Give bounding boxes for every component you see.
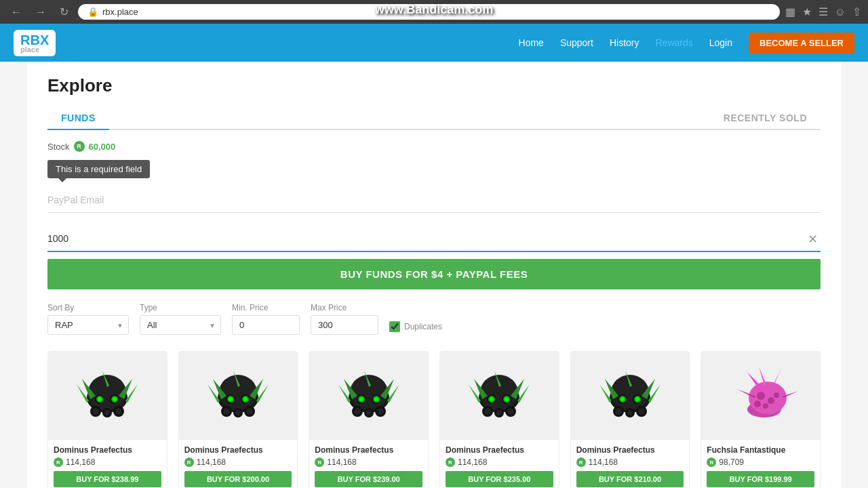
product-grid: Dominus Praefectus R 114,168 BUY FOR $23… xyxy=(47,351,821,488)
menu-icon[interactable]: ☰ xyxy=(818,5,828,18)
main-content: Explore FUNDS RECENTLY SOLD Stock R 60,0… xyxy=(27,62,841,488)
svg-point-52 xyxy=(354,408,361,415)
paypal-email-wrapper xyxy=(47,188,821,220)
filters-row: Sort By RAP Price Name Type All Hat Gear… xyxy=(47,303,821,335)
min-price-input[interactable] xyxy=(232,315,300,335)
tab-funds[interactable]: FUNDS xyxy=(47,107,109,130)
svg-point-50 xyxy=(374,397,378,401)
svg-point-37 xyxy=(235,410,241,415)
svg-point-18 xyxy=(104,410,110,415)
product-name-3: Dominus Praefectus xyxy=(446,445,553,455)
product-image-3 xyxy=(440,352,559,440)
product-coin-3: R xyxy=(446,458,455,467)
bookmark-icon[interactable]: ★ xyxy=(802,5,812,18)
duplicates-label: Duplicates xyxy=(404,322,442,331)
sort-label: Sort By xyxy=(47,303,129,312)
product-card-5: Fuchsia Fantastique R 98,709 BUY FOR $19… xyxy=(701,351,821,488)
clear-amount-button[interactable]: ✕ xyxy=(808,232,818,247)
svg-point-39 xyxy=(350,375,388,410)
svg-point-14 xyxy=(92,408,99,415)
back-button[interactable]: ← xyxy=(7,5,26,20)
product-buy-btn-4[interactable]: BUY FOR $210.00 xyxy=(576,471,684,487)
nav-login[interactable]: Login xyxy=(709,37,732,48)
max-price-input[interactable] xyxy=(311,315,378,335)
svg-point-31 xyxy=(243,397,248,401)
browser-chrome: ← → ↻ 🔒 rbx.place ▦ ★ ☰ ☺ ⇧ xyxy=(0,0,868,24)
required-tooltip-text: This is a required field xyxy=(47,160,150,178)
duplicates-checkbox[interactable] xyxy=(389,321,400,332)
product-info-3: Dominus Praefectus R 114,168 BUY FOR $23… xyxy=(440,440,559,488)
product-buy-btn-5[interactable]: BUY FOR $199.99 xyxy=(707,471,814,487)
product-rap-0: 114,168 xyxy=(66,458,95,467)
reload-button[interactable]: ↻ xyxy=(56,4,73,20)
page-title: Explore xyxy=(47,75,821,96)
product-info-4: Dominus Praefectus R 114,168 BUY FOR $21… xyxy=(571,440,690,488)
type-label: Type xyxy=(140,303,221,312)
become-seller-button[interactable]: BECOME A SELLER xyxy=(749,33,854,54)
nav-home[interactable]: Home xyxy=(519,37,544,48)
svg-point-102 xyxy=(757,392,765,400)
url-bar[interactable]: 🔒 rbx.place xyxy=(78,4,780,20)
svg-point-103 xyxy=(768,397,774,404)
svg-point-28 xyxy=(229,397,233,401)
sort-select-wrap: RAP Price Name xyxy=(47,315,129,335)
nav-rewards[interactable]: Rewards xyxy=(655,37,692,48)
nav-links: Home Support History Rewards Login BECOM… xyxy=(519,33,854,54)
product-price-row-4: R 114,168 xyxy=(576,458,684,467)
svg-point-66 xyxy=(490,397,494,401)
tab-icon[interactable]: ▦ xyxy=(785,5,795,18)
share-icon[interactable]: ⇧ xyxy=(852,5,861,18)
browser-toolbar-icons: ▦ ★ ☰ ☺ ⇧ xyxy=(785,5,861,18)
product-name-2: Dominus Praefectus xyxy=(315,445,422,455)
forward-button[interactable]: → xyxy=(31,5,50,20)
product-image-0 xyxy=(48,352,167,440)
min-price-filter: Min. Price xyxy=(232,303,300,335)
product-name-5: Fuchsia Fantastique xyxy=(707,445,814,455)
product-coin-0: R xyxy=(54,458,63,467)
stock-amount: 60,000 xyxy=(89,142,116,152)
sort-filter: Sort By RAP Price Name xyxy=(47,303,129,335)
stock-label: Stock xyxy=(47,142,70,152)
min-price-label: Min. Price xyxy=(232,303,300,312)
max-price-filter: Max Price xyxy=(311,303,378,335)
profile-icon[interactable]: ☺ xyxy=(835,6,846,18)
tab-recently-sold[interactable]: RECENTLY SOLD xyxy=(710,107,821,130)
svg-point-73 xyxy=(507,408,514,415)
product-buy-btn-2[interactable]: BUY FOR $239.00 xyxy=(315,471,422,487)
sort-select[interactable]: RAP Price Name xyxy=(47,315,129,335)
product-rap-4: 114,168 xyxy=(589,458,618,467)
paypal-email-input[interactable] xyxy=(47,188,821,213)
svg-point-9 xyxy=(98,397,102,401)
required-field-tooltip: This is a required field xyxy=(47,160,821,188)
type-select[interactable]: All Hat Gear Face xyxy=(140,315,221,335)
product-coin-1: R xyxy=(184,458,194,467)
svg-point-35 xyxy=(246,408,253,415)
product-buy-btn-3[interactable]: BUY FOR $235.00 xyxy=(446,471,553,487)
duplicates-filter: Duplicates xyxy=(389,321,442,335)
svg-point-104 xyxy=(763,403,768,409)
amount-input[interactable] xyxy=(47,226,821,252)
stock-coin-icon: R xyxy=(74,141,85,152)
nav-history[interactable]: History xyxy=(610,37,639,48)
product-rap-5: 98,709 xyxy=(719,458,744,467)
product-rap-2: 114,168 xyxy=(327,458,356,467)
product-info-2: Dominus Praefectus R 114,168 BUY FOR $23… xyxy=(309,440,428,488)
svg-point-85 xyxy=(620,397,625,401)
product-card-1: Dominus Praefectus R 114,168 BUY FOR $20… xyxy=(178,351,298,488)
max-price-label: Max Price xyxy=(311,303,378,312)
product-buy-btn-1[interactable]: BUY FOR $200.00 xyxy=(184,471,292,487)
svg-point-96 xyxy=(749,382,787,414)
product-price-row-5: R 98,709 xyxy=(707,458,814,467)
type-filter: Type All Hat Gear Face xyxy=(140,303,221,335)
logo[interactable]: RBX place xyxy=(14,30,56,56)
url-text: rbx.place xyxy=(102,7,138,17)
buy-funds-button[interactable]: BUY FUNDS FOR $4 + PAYPAL FEES xyxy=(47,259,821,289)
product-buy-btn-0[interactable]: BUY FOR $238.99 xyxy=(54,471,161,487)
product-name-1: Dominus Praefectus xyxy=(184,445,292,455)
product-name-4: Dominus Praefectus xyxy=(576,445,684,455)
product-card-3: Dominus Praefectus R 114,168 BUY FOR $23… xyxy=(439,351,559,488)
navbar: RBX place Home Support History Rewards L… xyxy=(0,24,868,62)
nav-support[interactable]: Support xyxy=(560,37,593,48)
product-rap-1: 114,168 xyxy=(197,458,226,467)
svg-point-58 xyxy=(480,375,518,410)
